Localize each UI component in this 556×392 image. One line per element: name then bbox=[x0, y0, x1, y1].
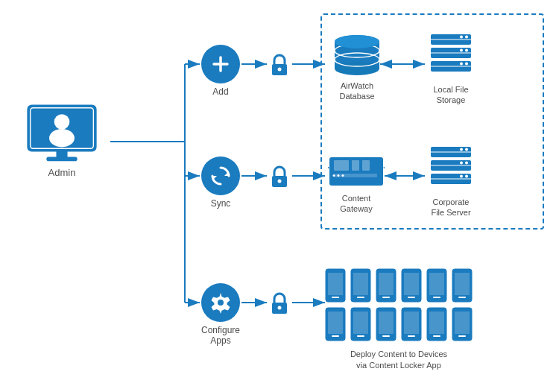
svg-rect-101 bbox=[379, 312, 394, 334]
gear-icon bbox=[209, 291, 232, 314]
phone-8 bbox=[350, 307, 371, 341]
svg-point-45 bbox=[460, 36, 463, 39]
svg-point-35 bbox=[278, 306, 282, 310]
local-storage-icon bbox=[425, 33, 477, 81]
sync-circle bbox=[201, 157, 240, 195]
svg-rect-90 bbox=[433, 297, 440, 298]
svg-point-59 bbox=[333, 174, 335, 177]
svg-point-41 bbox=[335, 35, 379, 48]
database-icon bbox=[331, 33, 383, 78]
content-gateway: ContentGateway bbox=[328, 153, 385, 215]
mobile-devices-group: Deploy Content to Devicesvia Content Loc… bbox=[325, 268, 473, 372]
svg-rect-80 bbox=[353, 273, 368, 295]
svg-rect-56 bbox=[352, 160, 359, 171]
phone-2 bbox=[350, 268, 371, 303]
admin-section: Admin bbox=[13, 104, 110, 178]
svg-rect-96 bbox=[332, 335, 339, 337]
svg-rect-108 bbox=[433, 335, 440, 337]
svg-point-71 bbox=[460, 162, 463, 165]
svg-rect-98 bbox=[353, 312, 368, 334]
corporate-label: CorporateFile Server bbox=[431, 197, 470, 218]
svg-rect-102 bbox=[382, 335, 390, 337]
add-action-node: Add bbox=[201, 45, 240, 97]
phone-10 bbox=[401, 307, 422, 341]
svg-rect-104 bbox=[404, 312, 419, 334]
lock-icon-configure bbox=[267, 291, 292, 316]
svg-rect-99 bbox=[357, 335, 364, 337]
svg-rect-93 bbox=[458, 297, 466, 298]
phone-11 bbox=[426, 307, 447, 341]
svg-point-19 bbox=[49, 129, 75, 147]
svg-rect-95 bbox=[328, 312, 343, 334]
mobile-row-1 bbox=[325, 268, 473, 303]
svg-point-60 bbox=[338, 174, 340, 177]
lock-icon-sync bbox=[267, 164, 292, 189]
svg-point-74 bbox=[465, 175, 468, 178]
gateway-icon bbox=[328, 153, 385, 190]
svg-rect-105 bbox=[408, 335, 415, 337]
lock-icon-add bbox=[267, 52, 292, 78]
svg-point-52 bbox=[465, 63, 468, 66]
corporate-storage-icon bbox=[425, 145, 477, 194]
mobile-row-2 bbox=[325, 307, 473, 341]
sync-icon bbox=[209, 165, 232, 187]
svg-rect-110 bbox=[455, 312, 470, 334]
svg-point-70 bbox=[465, 162, 468, 165]
local-storage-label: Local FileStorage bbox=[433, 84, 468, 106]
svg-point-75 bbox=[460, 175, 463, 178]
svg-marker-26 bbox=[224, 171, 229, 176]
svg-marker-62 bbox=[328, 165, 329, 171]
svg-rect-21 bbox=[46, 157, 77, 162]
corporate-file-server: CorporateFile Server bbox=[425, 145, 477, 218]
svg-point-61 bbox=[342, 174, 344, 177]
svg-rect-111 bbox=[458, 335, 466, 337]
svg-marker-27 bbox=[212, 176, 217, 180]
svg-point-49 bbox=[460, 49, 463, 52]
deploy-content-label: Deploy Content to Devicesvia Content Loc… bbox=[350, 349, 447, 372]
svg-point-67 bbox=[460, 148, 463, 151]
svg-rect-20 bbox=[56, 151, 67, 157]
plus-icon bbox=[210, 54, 231, 75]
svg-point-66 bbox=[465, 148, 468, 151]
lock-add bbox=[267, 52, 292, 80]
lock-sync bbox=[267, 164, 292, 192]
configure-label: Configure Apps bbox=[201, 325, 240, 346]
diagram: Admin Add Sync bbox=[0, 0, 556, 392]
svg-point-18 bbox=[54, 114, 70, 130]
airwatch-db: AirWatchDatabase bbox=[331, 33, 383, 102]
phone-3 bbox=[376, 268, 397, 303]
svg-rect-84 bbox=[382, 297, 390, 298]
add-circle bbox=[201, 45, 240, 83]
add-label: Add bbox=[212, 86, 228, 97]
lock-configure bbox=[267, 291, 292, 319]
svg-rect-83 bbox=[379, 273, 394, 295]
phone-12 bbox=[452, 307, 473, 341]
svg-point-44 bbox=[465, 36, 468, 39]
svg-rect-89 bbox=[429, 273, 444, 295]
phone-4 bbox=[401, 268, 422, 303]
configure-circle bbox=[201, 283, 240, 322]
svg-rect-92 bbox=[455, 273, 470, 295]
sync-action-node: Sync bbox=[201, 157, 240, 209]
svg-point-53 bbox=[460, 63, 463, 66]
svg-rect-107 bbox=[429, 312, 444, 334]
svg-marker-63 bbox=[383, 165, 385, 171]
svg-point-33 bbox=[278, 180, 282, 183]
configure-action-node: Configure Apps bbox=[201, 283, 240, 346]
svg-rect-78 bbox=[332, 297, 339, 298]
airwatch-db-label: AirWatchDatabase bbox=[339, 80, 374, 102]
phone-9 bbox=[376, 307, 397, 341]
svg-point-31 bbox=[278, 68, 282, 72]
sync-label: Sync bbox=[211, 198, 231, 209]
phone-6 bbox=[452, 268, 473, 303]
phone-1 bbox=[325, 268, 346, 303]
svg-point-29 bbox=[218, 300, 224, 306]
svg-rect-57 bbox=[362, 160, 370, 171]
svg-rect-55 bbox=[334, 160, 349, 171]
phone-7 bbox=[325, 307, 346, 341]
svg-point-48 bbox=[465, 49, 468, 52]
local-file-storage: Local FileStorage bbox=[425, 33, 477, 106]
svg-rect-58 bbox=[334, 174, 377, 177]
svg-rect-81 bbox=[357, 297, 364, 298]
monitor-icon bbox=[25, 104, 99, 164]
